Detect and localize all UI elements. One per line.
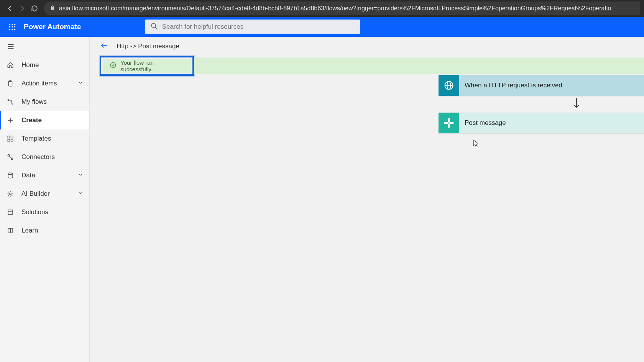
data-icon [7,172,18,179]
svg-point-8 [14,29,15,30]
svg-point-0 [9,24,10,25]
svg-point-31 [110,62,116,68]
hamburger-icon [7,43,15,50]
browser-bar: asia.flow.microsoft.com/manage/environme… [0,0,644,17]
clipboard-icon [7,80,18,87]
lock-icon [50,5,55,12]
svg-rect-20 [8,136,10,138]
check-circle-icon [110,62,117,70]
url-text: asia.flow.microsoft.com/manage/environme… [59,5,611,12]
search-icon [151,23,158,31]
arrow-left-icon [100,42,108,49]
success-banner: Your flow ran successfully. [103,59,191,73]
sidebar-item-my-flows[interactable]: My flows [0,93,89,111]
sidebar-item-label: AI Builder [21,190,50,198]
learn-icon [7,227,18,234]
mouse-cursor-icon [473,139,479,148]
svg-rect-23 [11,139,13,141]
sidebar-item-connectors[interactable]: Connectors [0,148,89,166]
arrow-left-icon [7,5,13,12]
sidebar: Home Action items My flows Create Templa… [0,37,90,362]
sidebar-item-label: Connectors [21,153,55,161]
svg-point-1 [12,24,13,25]
svg-rect-28 [8,210,13,215]
svg-rect-22 [8,139,10,141]
slack-icon [439,113,459,133]
nav-toggle-button[interactable] [7,43,15,52]
sidebar-item-action-items[interactable]: Action items [0,74,89,93]
svg-point-9 [151,23,156,28]
svg-point-2 [14,24,15,25]
forward-button[interactable] [16,2,28,15]
svg-point-5 [14,26,15,27]
svg-point-6 [9,29,10,30]
sidebar-item-home[interactable]: Home [0,56,89,74]
arrow-down-icon [572,97,581,111]
back-button[interactable] [100,42,108,51]
svg-point-26 [8,173,13,175]
svg-point-3 [9,26,10,27]
sidebar-item-label: Action items [21,80,57,87]
sidebar-item-data[interactable]: Data [0,166,89,185]
templates-icon [7,135,18,142]
chevron-down-icon [78,80,83,87]
product-name: Power Automate [24,23,81,31]
success-banner-text: Your flow ran successfully. [120,59,184,72]
chevron-down-icon [78,172,83,179]
flow-step-title: When a HTTP request is received [459,82,644,89]
sidebar-item-label: Learn [21,227,38,234]
reload-icon [31,5,38,12]
connectors-icon [7,154,18,161]
svg-rect-38 [444,122,449,124]
sidebar-item-label: Create [21,116,42,124]
app-header: Power Automate [0,17,644,37]
arrow-right-icon [19,5,26,12]
search-box[interactable] [145,20,360,34]
chevron-down-icon [78,190,83,198]
sidebar-item-learn[interactable]: Learn [0,221,89,240]
sidebar-item-solutions[interactable]: Solutions [0,203,89,221]
app-launcher-button[interactable] [5,20,19,34]
search-input[interactable] [162,23,355,31]
http-icon [439,75,459,96]
sidebar-item-label: Templates [21,135,51,143]
plus-icon [7,117,18,124]
sidebar-item-templates[interactable]: Templates [0,129,89,148]
svg-rect-21 [11,136,13,138]
sidebar-item-label: My flows [21,98,47,106]
sidebar-item-ai-builder[interactable]: AI Builder [0,185,89,203]
svg-rect-37 [448,123,450,128]
designer-canvas: Http -> Post message Your flow ran succe… [90,37,644,362]
success-banner-tail [194,57,644,74]
reload-button[interactable] [28,2,41,15]
address-bar[interactable]: asia.flow.microsoft.com/manage/environme… [44,2,640,15]
waffle-icon [8,23,16,31]
flow-title: Http -> Post message [117,43,179,50]
svg-point-17 [12,103,13,104]
flows-icon [7,98,18,105]
sidebar-item-label: Solutions [21,208,48,216]
ai-builder-icon [7,190,18,197]
flow-step-http-request[interactable]: When a HTTP request is received 0s [439,75,644,96]
back-button[interactable] [4,2,16,15]
flow-step-title: Post message [459,119,644,127]
solutions-icon [7,209,18,216]
svg-rect-36 [448,118,450,123]
sidebar-item-create[interactable]: Create [0,111,89,129]
svg-rect-39 [449,122,453,124]
sidebar-item-label: Data [21,172,35,179]
svg-point-4 [12,26,13,27]
home-icon [7,62,18,69]
success-banner-highlight: Your flow ran successfully. [100,56,194,76]
svg-point-7 [12,29,13,30]
svg-point-16 [8,100,9,101]
svg-line-10 [155,27,157,29]
svg-point-27 [10,193,12,195]
sidebar-item-label: Home [21,61,39,69]
flow-step-post-message[interactable]: Post message 1s [439,113,644,133]
